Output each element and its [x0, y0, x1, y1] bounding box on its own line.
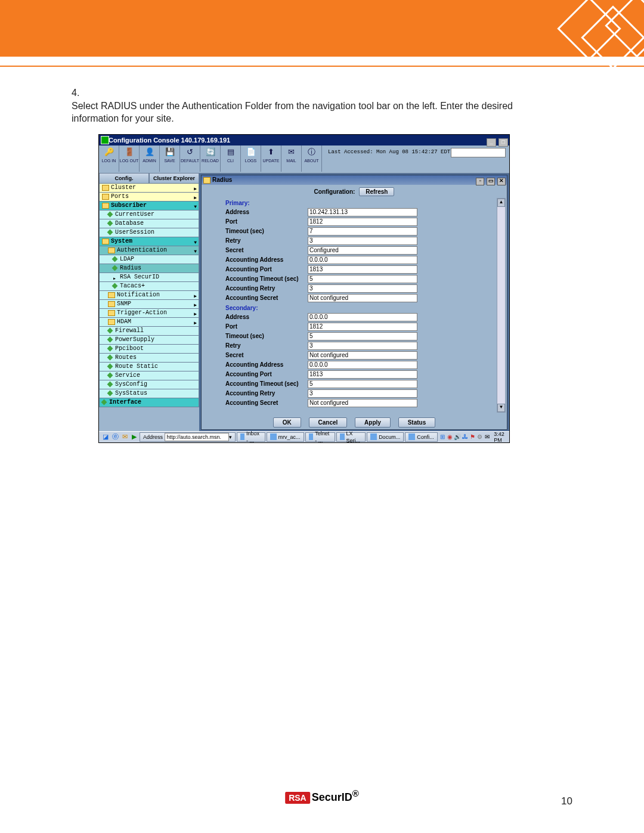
address-dropdown-icon[interactable]: ▾ — [229, 433, 232, 441]
toolbar-logs-button[interactable]: 📄LOGS — [241, 145, 261, 172]
taskbar-app[interactable]: Docum... — [367, 432, 404, 442]
taskbar-app[interactable]: Telnet - ... — [305, 432, 335, 442]
nav-cluster[interactable]: Cluster▶ — [99, 184, 199, 193]
input-accounting-timeout-sec-[interactable] — [308, 380, 417, 388]
input-timeout-sec-[interactable] — [308, 227, 417, 236]
folder-icon — [108, 319, 115, 325]
toolbar-cli-button[interactable]: ▤CLI — [221, 145, 241, 172]
tray-mail-icon[interactable]: ✉ — [484, 433, 490, 441]
toolbar-mail-button[interactable]: ✉MAIL — [281, 145, 302, 172]
refresh-button[interactable]: Refresh — [359, 187, 394, 196]
nav-route-static[interactable]: Route Static — [99, 363, 199, 371]
nav-snmp[interactable]: SNMP▶ — [99, 300, 199, 309]
property-icon — [101, 400, 107, 405]
status-button[interactable]: Status — [398, 417, 436, 428]
toolbar-login-button[interactable]: 🔑LOG IN — [99, 145, 119, 172]
nav-tacacs-[interactable]: Tacacs+ — [99, 282, 199, 291]
minimize-button[interactable]: _ — [487, 138, 496, 147]
taskbar-app[interactable]: LX Seri... — [336, 432, 366, 442]
scroll-down-icon[interactable]: ▼ — [497, 404, 505, 412]
toolbar-logout-button[interactable]: 🚪LOG OUT — [119, 145, 140, 172]
input-accounting-secret[interactable] — [308, 294, 417, 302]
nav-powersupply[interactable]: PowerSupply — [99, 336, 199, 345]
vertical-scrollbar[interactable]: ▲ ▼ — [497, 198, 506, 413]
input-accounting-timeout-sec-[interactable] — [308, 275, 417, 283]
maximize-button[interactable]: □ — [499, 138, 508, 147]
nav-sysstatus[interactable]: SysStatus — [99, 389, 199, 398]
tab-config[interactable]: Config. — [99, 173, 149, 184]
input-accounting-port[interactable] — [308, 370, 417, 379]
toolbar-reload-button[interactable]: 🔄RELOAD — [200, 145, 221, 172]
field-row: Address — [204, 312, 497, 322]
input-accounting-retry[interactable] — [308, 284, 417, 293]
instruction-step: 4. Select RADIUS under the Authenticatio… — [0, 72, 644, 134]
quicklaunch-media-icon[interactable]: ▶ — [130, 433, 138, 441]
nav-system[interactable]: System▼ — [99, 237, 199, 246]
nav-radius[interactable]: Radius — [99, 264, 199, 273]
tray-volume-icon[interactable]: 🔊 — [454, 433, 461, 441]
input-port[interactable] — [308, 218, 417, 226]
scroll-up-icon[interactable]: ▲ — [497, 199, 505, 207]
login-icon: 🔑 — [104, 147, 114, 157]
input-address[interactable] — [308, 313, 417, 321]
expand-icon: ▼ — [194, 203, 197, 211]
tray-icon[interactable]: ⚑ — [469, 433, 475, 441]
nav-notification[interactable]: Notification▶ — [99, 291, 199, 300]
address-value[interactable]: http://auto.search.msn. — [165, 433, 229, 441]
input-secret[interactable] — [308, 351, 417, 360]
tab-cluster-explorer[interactable]: Cluster Explorer — [149, 173, 199, 184]
nav-interface[interactable]: Interface — [99, 398, 199, 407]
nav-usersession[interactable]: UserSession — [99, 228, 199, 237]
input-accounting-port[interactable] — [308, 265, 417, 274]
input-accounting-address[interactable] — [308, 256, 417, 264]
nav-rsa-securid[interactable]: ▸RSA SecurID — [99, 273, 199, 282]
section-primary: Primary: — [204, 198, 497, 208]
input-timeout-sec-[interactable] — [308, 332, 417, 340]
toolbar-about-button[interactable]: ⓘABOUT — [302, 145, 322, 172]
taskbar-app[interactable]: mrv_ac... — [267, 432, 304, 442]
nav-database[interactable]: Database — [99, 219, 199, 228]
nav-authentication[interactable]: Authentication▼ — [99, 246, 199, 255]
ok-button[interactable]: OK — [273, 417, 301, 428]
apply-button[interactable]: Apply — [355, 417, 391, 428]
os-taskbar: ◪ ⓔ ✉ ▶ Address http://auto.search.msn. … — [99, 431, 509, 442]
nav-sysconfig[interactable]: SysConfig — [99, 380, 199, 389]
nav-hdam[interactable]: HDAM▶ — [99, 318, 199, 327]
tray-icon[interactable]: ⊞ — [439, 433, 446, 441]
field-row: Port — [204, 217, 497, 227]
nav-ldap[interactable]: LDAP — [99, 255, 199, 264]
nav-ports[interactable]: Ports▶ — [99, 193, 199, 202]
tray-icon[interactable]: ⚙ — [476, 433, 483, 441]
nav-ppciboot[interactable]: Ppciboot — [99, 345, 199, 354]
nav-firewall[interactable]: Firewall — [99, 327, 199, 336]
taskbar-app[interactable]: Confi... — [405, 432, 438, 442]
quicklaunch-ie-icon[interactable]: ⓔ — [111, 433, 119, 441]
search-input[interactable] — [451, 148, 506, 157]
address-bar[interactable]: Address http://auto.search.msn. ▾ — [140, 432, 236, 442]
quicklaunch-outlook-icon[interactable]: ✉ — [120, 433, 129, 441]
nav-routes[interactable]: Routes — [99, 354, 199, 363]
nav-currentuser[interactable]: CurrentUser — [99, 210, 199, 219]
window-titlebar[interactable]: Configuration Console 140.179.169.191 _ … — [99, 135, 509, 145]
toolbar-default-button[interactable]: ↺DEFAULT — [180, 145, 200, 172]
quicklaunch-desktop-icon[interactable]: ◪ — [101, 433, 110, 441]
toolbar-update-button[interactable]: ⬆UPDATE — [261, 145, 281, 172]
input-secret[interactable] — [308, 246, 417, 255]
input-accounting-retry[interactable] — [308, 389, 417, 398]
cancel-button[interactable]: Cancel — [309, 417, 348, 428]
taskbar-app[interactable]: Inbox - ... — [237, 432, 265, 442]
input-retry[interactable] — [308, 237, 417, 245]
nav-subscriber[interactable]: Subscriber▼ — [99, 202, 199, 210]
input-accounting-address[interactable] — [308, 361, 417, 369]
nav-service[interactable]: Service — [99, 371, 199, 380]
toolbar-save-button[interactable]: 💾SAVE — [160, 145, 180, 172]
input-address[interactable] — [308, 208, 417, 216]
toolbar-admin-button[interactable]: 👤ADMIN — [140, 145, 160, 172]
input-retry[interactable] — [308, 342, 417, 350]
label-accounting-secret: Accounting Secret — [204, 295, 308, 301]
tray-icon[interactable]: ◉ — [447, 433, 453, 441]
input-port[interactable] — [308, 323, 417, 331]
nav-trigger-action[interactable]: Trigger-Action▶ — [99, 309, 199, 318]
input-accounting-secret[interactable] — [308, 399, 417, 407]
tray-network-icon[interactable]: 🖧 — [462, 433, 468, 441]
